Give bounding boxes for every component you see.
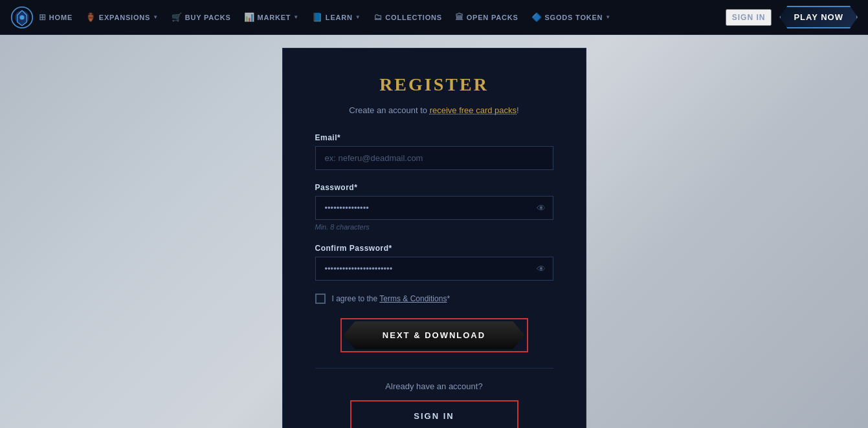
email-label: Email* <box>315 133 553 142</box>
divider <box>315 368 553 369</box>
next-download-button[interactable]: NEXT & DOWNLOAD <box>344 321 525 349</box>
confirm-eye-icon[interactable]: 👁 <box>537 264 546 274</box>
main-content: REGISTER Create an account to receive fr… <box>0 35 868 428</box>
password-field[interactable] <box>315 196 553 220</box>
sign-in-button[interactable]: SIGN IN <box>353 403 515 428</box>
register-panel: REGISTER Create an account to receive fr… <box>282 48 586 428</box>
nav-right: SIGN IN PLAY NOW <box>726 6 858 28</box>
subtitle-pre: Create an account to <box>349 105 429 115</box>
nav-label-learn: LEARN <box>326 14 353 21</box>
register-subtitle: Create an account to receive free card p… <box>315 105 553 115</box>
signin-btn-outer: SIGN IN <box>350 400 518 428</box>
learn-dropdown-arrow: ▼ <box>355 14 361 20</box>
confirm-password-field[interactable] <box>315 257 553 281</box>
market-dropdown-arrow: ▼ <box>293 14 299 20</box>
home-icon: ⊞ <box>39 12 47 22</box>
password-label: Password* <box>315 183 553 192</box>
nav-items: ⊞ HOME 🏺 EXPANSIONS ▼ 🛒 BUY PACKS 📊 MARK… <box>34 8 726 26</box>
terms-checkbox-row: I agree to the Terms & Conditions* <box>315 294 553 304</box>
nav-label-expansions: EXPANSIONS <box>99 14 150 21</box>
logo-icon[interactable] <box>10 6 34 29</box>
sgods-dropdown-arrow: ▼ <box>605 14 611 20</box>
buy-packs-icon: 🛒 <box>172 12 183 22</box>
nav-item-open-packs[interactable]: 🏛 OPEN PACKS <box>450 8 524 26</box>
register-title: REGISTER <box>315 74 553 95</box>
email-group: Email* <box>315 133 553 170</box>
sgods-icon: 🔷 <box>531 12 542 22</box>
nav-sign-in-button[interactable]: SIGN IN <box>726 9 772 26</box>
terms-link[interactable]: Terms & Conditions <box>379 294 447 303</box>
next-btn-outer: NEXT & DOWNLOAD <box>340 318 528 352</box>
open-packs-icon: 🏛 <box>455 12 464 22</box>
nav-label-buy-packs: BUY PACKS <box>185 14 231 21</box>
nav-label-market: MARKET <box>257 14 291 21</box>
confirm-password-group: Confirm Password* 👁 <box>315 244 553 281</box>
nav-label-home: HOME <box>49 14 72 21</box>
terms-asterisk: * <box>447 294 450 303</box>
svg-point-3 <box>19 15 24 19</box>
terms-pre: I agree to the <box>332 294 380 303</box>
email-field[interactable] <box>315 146 553 170</box>
nav-label-sgods: SGODS TOKEN <box>544 14 603 21</box>
password-eye-icon[interactable]: 👁 <box>537 203 546 213</box>
play-now-button[interactable]: PLAY NOW <box>779 6 858 28</box>
password-group: Password* 👁 Min. 8 characters <box>315 183 553 231</box>
signin-btn-wrapper: SIGN IN <box>315 400 553 428</box>
nav-item-buy-packs[interactable]: 🛒 BUY PACKS <box>166 8 236 26</box>
learn-icon: 📘 <box>312 12 323 22</box>
terms-checkbox[interactable] <box>315 294 326 304</box>
nav-label-collections: COLLECTIONS <box>385 14 442 21</box>
confirm-input-wrapper: 👁 <box>315 257 553 281</box>
navbar: ⊞ HOME 🏺 EXPANSIONS ▼ 🛒 BUY PACKS 📊 MARK… <box>0 0 868 35</box>
nav-item-learn[interactable]: 📘 LEARN ▼ <box>307 8 366 26</box>
expansions-dropdown-arrow: ▼ <box>153 14 159 20</box>
password-hint: Min. 8 characters <box>315 223 553 231</box>
nav-item-collections[interactable]: 🗂 COLLECTIONS <box>368 8 447 26</box>
confirm-password-label: Confirm Password* <box>315 244 553 253</box>
expansions-icon: 🏺 <box>85 12 96 22</box>
nav-item-sgods-token[interactable]: 🔷 SGODS TOKEN ▼ <box>526 8 616 26</box>
nav-item-home[interactable]: ⊞ HOME <box>34 8 78 26</box>
nav-label-open-packs: OPEN PACKS <box>467 14 518 21</box>
next-btn-wrapper: NEXT & DOWNLOAD <box>315 318 553 352</box>
market-icon: 📊 <box>244 12 255 22</box>
subtitle-post: ! <box>517 105 519 115</box>
nav-item-market[interactable]: 📊 MARKET ▼ <box>239 8 304 26</box>
subtitle-link: receive free card packs <box>430 105 517 115</box>
terms-label: I agree to the Terms & Conditions* <box>332 294 451 303</box>
already-have-account-text: Already have an account? <box>315 381 553 391</box>
nav-item-expansions[interactable]: 🏺 EXPANSIONS ▼ <box>80 8 164 26</box>
password-input-wrapper: 👁 <box>315 196 553 220</box>
collections-icon: 🗂 <box>373 12 383 22</box>
